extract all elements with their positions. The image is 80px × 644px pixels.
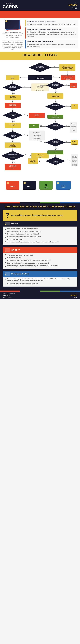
- fc-local-right-t2: I'm buying local: [52, 96, 59, 97]
- fc-no-label1: No: [54, 66, 55, 67]
- fc-cr-note-t3: programs on certain: [33, 135, 41, 136]
- fc-no-local-label: No: [13, 120, 15, 122]
- think-box-1-text: If you're checking account immediately, …: [27, 23, 77, 25]
- fc-cash-no-label: No: [66, 125, 67, 126]
- how-pay-title: HOW SHOULD I PAY?: [0, 53, 80, 57]
- fc-atm-note-t6: at the ATM: [72, 130, 75, 131]
- header-cards: CARDS: [3, 4, 18, 9]
- fc-exc-t1: Yes, If I exceeded: [9, 165, 16, 166]
- fc-checking-t4: use your credit: [72, 160, 77, 161]
- prepaid-panel-body: How much does a prepaid card cost you? T…: [3, 277, 77, 286]
- pop-intro-text: Every time you make a purchase, you're c…: [3, 32, 22, 38]
- fc-checking-t3: limit, you can: [72, 158, 76, 159]
- fc-balance-no-label: No: [13, 93, 15, 94]
- fc-local-right-t1: No, I love local!: [52, 94, 59, 96]
- fc-no-text1: If you are 18 or under,: [62, 66, 72, 66]
- fc-instore-text2: in-store or online?: [36, 78, 44, 79]
- fc-monthly-t3: transactions?: [10, 157, 15, 158]
- fc-no-m-r-t1: No—I can: [31, 160, 35, 161]
- fc-credit-label: CREDIT: [10, 186, 15, 187]
- fc-monthly-right-t3: transactions?: [53, 162, 58, 163]
- fc-cash-label: CASH: [44, 187, 48, 188]
- fc-foreign-t2: a foreign: [11, 115, 14, 116]
- prepaid-item-1-text: How much does a prepaid card cost you? T…: [7, 278, 75, 282]
- fc-atm-note-t2: an ATM! In most: [71, 125, 76, 126]
- fc-local-t2: local: [12, 125, 14, 126]
- fc-travel-right-box: [70, 83, 77, 88]
- footer-right: it's a MONEY THING: [70, 293, 77, 298]
- fc-monthly-right-t1: Is there a monthly limit: [51, 160, 60, 160]
- header-title-group: Comparing CARDS: [3, 2, 18, 9]
- fc-yes-cr-t2: make it so easy: [10, 105, 16, 106]
- fc-cash-note-t4: debit transactions: [37, 88, 44, 90]
- pop-intro2-text: Even though each option represents a way…: [2, 40, 23, 50]
- fc-balance-t3: credit card?: [10, 88, 15, 89]
- fc-online-label: Online: [53, 76, 57, 78]
- fc-online-res3: instead: [66, 79, 70, 80]
- page-footer: BROUGHT TO YOU BY KALSEE Credit Union it…: [0, 292, 80, 299]
- fc-monthly-t1: Is there a monthly limit: [8, 154, 17, 155]
- footer-thing: THING: [70, 296, 77, 298]
- fc-large-t1: Is it a large purchase: [9, 134, 17, 134]
- think-box-3-title: Think of it like cash, but in card form.: [27, 41, 77, 43]
- credit-panel: CREDIT What is the annual fee for your c…: [3, 247, 77, 269]
- fc-atm-note-t5: withdraw a card: [71, 129, 76, 130]
- fc-right-travel-label: Yes: [65, 84, 67, 85]
- fc-cr-note-t6: savings on big buys: [33, 139, 41, 140]
- fc-cr-note-t1: Some credit cards: [33, 132, 40, 133]
- debit-label: DEBIT: [11, 222, 18, 225]
- pop-right: Think of it like an instant personal che…: [25, 20, 78, 50]
- fc-no-text2: or if you have problems: [62, 67, 73, 68]
- fc-rewards-yes-t1: Yes: [54, 152, 56, 152]
- fc-atm-note-t1: Time to locate: [71, 123, 76, 124]
- paper-plastic-section: PAPER OR PLASTIC? PREPAID DEBIT Every ti…: [0, 10, 80, 52]
- fc-cash-yes-box: [29, 124, 39, 128]
- fc-cash-yes-label: Yes: [40, 125, 42, 126]
- prepaid-item-2: Is there a fee for checking the balance …: [5, 282, 75, 284]
- fc-vendor-no-box: [71, 104, 78, 109]
- fc-instore-label: In-store: [20, 76, 24, 78]
- footer-brought-by: BROUGHT TO YOU BY: [3, 293, 16, 294]
- fc-pay-t1: No, I pay my: [10, 96, 15, 97]
- debit-item-4-text: Is there a fee for using other financial…: [7, 236, 41, 238]
- fc-prepaid-chip: [57, 182, 59, 184]
- fc-travel-right-t2: traveling!: [71, 86, 75, 87]
- think-box-2-text: Credit card transactions (which you coul…: [27, 31, 77, 37]
- fc-cash-note-t5: you make in a month: [36, 90, 44, 91]
- fc-balance-yes-label: Yes: [23, 86, 25, 87]
- header-its-a: it's a: [68, 2, 77, 4]
- fc-yes-exceeded-label: Yes: [13, 162, 15, 163]
- fc-debit-card-icon: [23, 181, 36, 190]
- debit-check-2: [5, 231, 6, 232]
- fc-cash-note-t2: small transactions: [37, 86, 44, 87]
- fc-rewards-no-label: No: [66, 141, 67, 142]
- fc-cr-note-t2: offer cash-back: [34, 134, 40, 134]
- credit-item-4: Does your credit card offer extended war…: [5, 262, 75, 264]
- prepaid-panel-header: PREPAID DEBIT: [3, 271, 77, 277]
- prepaid-item-1: How much does a prepaid card cost you? T…: [5, 278, 75, 282]
- debit-mini-card: [5, 222, 10, 226]
- paper-plastic-content: PREPAID DEBIT Every time you make a purc…: [0, 18, 80, 52]
- fc-monthly-right-t2: on your debit: [53, 161, 58, 162]
- fc-debit-chip: [24, 182, 26, 184]
- debit-item-1: What is the monthly fee for your checkin…: [5, 228, 75, 230]
- credit-panel-body: What is the annual fee for your credit c…: [3, 253, 77, 269]
- fc-no-monthly-t1: No—I can use my: [36, 154, 44, 155]
- question-inner: ? Are you able to answer these questions…: [5, 212, 75, 219]
- fc-travel-right-t1: I love: [72, 84, 74, 85]
- fc-rewards-yes-box: [47, 150, 63, 154]
- credit-check-3: [5, 260, 6, 261]
- pop-left: PREPAID DEBIT Every time you make a purc…: [2, 20, 23, 50]
- think-box-1: Think of it like an instant personal che…: [25, 20, 78, 26]
- fc-vendor-yes-t2: a "cash only" sign—: [51, 117, 60, 118]
- color-band: [0, 202, 80, 203]
- credit-item-1: What is the annual fee for your credit c…: [5, 254, 75, 256]
- fc-foreign-right-t1: Are you visiting a: [52, 84, 59, 85]
- think-box-2: Think of it like a convenient way to bor…: [25, 28, 78, 38]
- paper-plastic-title: PAPER OR PLASTIC?: [3, 12, 77, 16]
- fc-pickup-t3: couple of things: [9, 146, 16, 147]
- fc-local-t1: No, I'm shopping: [9, 124, 17, 125]
- prepaid-check-2: [5, 283, 6, 284]
- debit-item-6: Are there online banking tools available…: [5, 241, 75, 243]
- think-box-2-title: Think of it like a convenient way to bor…: [27, 28, 77, 31]
